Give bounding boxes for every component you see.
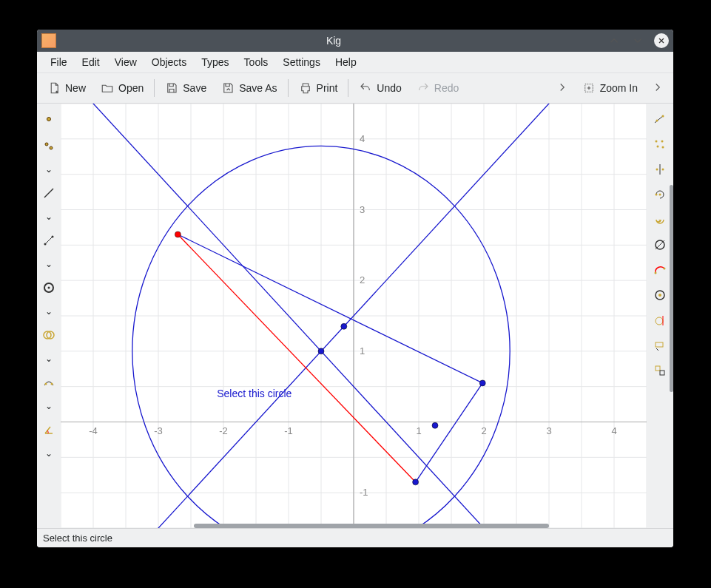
- svg-point-68: [175, 232, 181, 237]
- svg-point-70: [341, 323, 347, 329]
- save-button[interactable]: Save: [159, 78, 212, 98]
- left-toolbar: ⌄ ⌄ ⌄ ⌄ ⌄ ⌄: [37, 104, 61, 528]
- save-as-label: Save As: [239, 82, 277, 94]
- svg-point-9: [48, 287, 50, 289]
- tool-intersect-icon[interactable]: [41, 327, 57, 343]
- chevron-down-icon[interactable]: ⌄: [45, 212, 53, 222]
- right-toolbar: [647, 104, 673, 528]
- titlebar: Kig: [37, 30, 673, 52]
- chevron-down-icon[interactable]: ⌄: [45, 354, 53, 364]
- tool-multipoint-icon[interactable]: [652, 136, 668, 152]
- horizontal-scrollbar[interactable]: [194, 524, 549, 528]
- statusbar: Select this circle: [37, 528, 673, 547]
- svg-point-81: [662, 146, 664, 149]
- new-label: New: [65, 82, 86, 94]
- save-as-button[interactable]: Save As: [215, 78, 283, 98]
- close-button[interactable]: [654, 33, 669, 48]
- svg-point-72: [413, 479, 419, 485]
- tool-line-icon[interactable]: [41, 185, 57, 201]
- svg-point-83: [656, 169, 658, 171]
- undo-button[interactable]: Undo: [353, 78, 407, 98]
- menu-file[interactable]: File: [43, 53, 75, 71]
- chevron-down-icon[interactable]: ⌄: [45, 306, 53, 317]
- redo-button: Redo: [411, 78, 465, 98]
- tool-rotate-icon[interactable]: [652, 186, 668, 203]
- vertical-scrollbar[interactable]: [670, 185, 673, 392]
- toolbar-overflow-left[interactable]: [550, 78, 575, 99]
- svg-text:3: 3: [360, 204, 365, 215]
- menu-types[interactable]: Types: [194, 53, 236, 71]
- svg-point-93: [656, 317, 663, 325]
- redo-label: Redo: [434, 82, 459, 94]
- svg-line-5: [45, 237, 53, 244]
- svg-point-86: [656, 194, 658, 196]
- tool-spiral-icon[interactable]: [652, 212, 668, 228]
- svg-rect-96: [656, 366, 660, 371]
- svg-text:2: 2: [481, 425, 486, 436]
- svg-point-3: [50, 146, 53, 149]
- app-window: Kig File Edit View Objects Types Tools S…: [37, 30, 673, 547]
- chevron-down-icon[interactable]: ⌄: [45, 259, 53, 269]
- main-toolbar: New Open Save Save As Print: [37, 73, 673, 104]
- svg-line-4: [44, 189, 53, 197]
- chevron-down-icon[interactable]: ⌄: [45, 448, 53, 459]
- svg-text:1: 1: [416, 425, 421, 436]
- toolbar-overflow-right[interactable]: [645, 78, 670, 99]
- new-button[interactable]: New: [41, 78, 92, 98]
- app-icon: [41, 33, 56, 48]
- window-title: Kig: [61, 35, 607, 47]
- svg-point-6: [44, 243, 47, 246]
- svg-text:-1: -1: [284, 425, 293, 436]
- svg-point-71: [479, 380, 485, 386]
- svg-text:4: 4: [360, 133, 365, 144]
- status-text: Select this circle: [43, 533, 112, 544]
- tool-inverse-icon[interactable]: [652, 237, 668, 253]
- tool-arc-icon[interactable]: [652, 262, 668, 278]
- chevron-down-icon[interactable]: ⌄: [45, 401, 53, 411]
- separator: [348, 79, 348, 97]
- save-label: Save: [183, 82, 206, 94]
- open-label: Open: [118, 82, 144, 94]
- menu-edit[interactable]: Edit: [75, 53, 107, 71]
- tool-angle-icon[interactable]: [41, 422, 57, 438]
- tool-curve-icon[interactable]: [41, 374, 57, 391]
- svg-point-73: [432, 422, 438, 428]
- print-button[interactable]: Print: [293, 78, 344, 98]
- svg-point-13: [51, 383, 53, 385]
- svg-point-1: [47, 118, 51, 121]
- svg-point-2: [45, 143, 48, 146]
- svg-point-78: [656, 141, 658, 143]
- menu-tools[interactable]: Tools: [237, 53, 276, 71]
- open-button[interactable]: Open: [95, 78, 149, 98]
- tool-reflect-icon[interactable]: [652, 161, 668, 178]
- svg-point-92: [658, 294, 661, 297]
- svg-point-89: [655, 272, 657, 274]
- tool-point-icon[interactable]: [41, 111, 57, 127]
- tool-transform-icon[interactable]: [652, 362, 668, 379]
- canvas-area[interactable]: -4-3-2-112344321-1Select this circle: [61, 104, 647, 528]
- svg-text:-4: -4: [89, 425, 98, 436]
- svg-point-76: [656, 120, 658, 122]
- svg-text:4: 4: [611, 425, 616, 436]
- tool-tangent-icon[interactable]: [652, 312, 668, 328]
- tool-target-icon[interactable]: [652, 287, 668, 303]
- menu-objects[interactable]: Objects: [144, 53, 194, 71]
- tool-segment-icon[interactable]: [41, 232, 57, 249]
- menu-settings[interactable]: Settings: [275, 53, 328, 71]
- svg-point-12: [45, 383, 47, 385]
- chevron-down-icon[interactable]: ⌄: [45, 164, 53, 175]
- zoom-in-button[interactable]: Zoom In: [576, 78, 644, 98]
- svg-rect-97: [660, 371, 664, 375]
- tool-circle-icon[interactable]: [41, 280, 57, 296]
- svg-point-7: [52, 236, 54, 238]
- tool-projection-icon[interactable]: [652, 111, 668, 127]
- menu-view[interactable]: View: [107, 53, 144, 71]
- menu-help[interactable]: Help: [328, 53, 364, 71]
- svg-text:Select this circle: Select this circle: [217, 388, 292, 399]
- svg-rect-95: [656, 342, 663, 347]
- svg-point-77: [662, 115, 664, 118]
- maximize-button[interactable]: [630, 33, 645, 48]
- tool-label-icon[interactable]: [652, 337, 668, 354]
- minimize-button[interactable]: [607, 33, 621, 48]
- tool-points-icon[interactable]: [41, 138, 57, 154]
